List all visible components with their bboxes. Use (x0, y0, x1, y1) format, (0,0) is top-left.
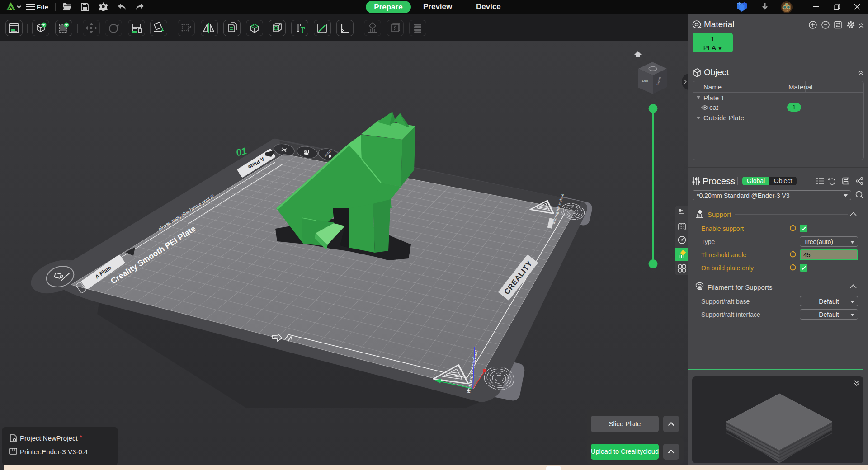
svg-text:Left: Left (642, 79, 648, 83)
